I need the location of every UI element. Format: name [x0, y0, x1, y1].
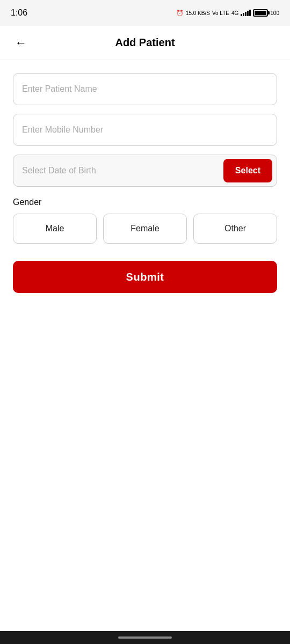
status-icons: ⏰ 15.0 KB/S Vo LTE 4G 100 [176, 9, 279, 17]
gender-options: Male Female Other [13, 214, 277, 244]
gender-other-button[interactable]: Other [193, 214, 277, 244]
dob-placeholder: Select Date of Birth [22, 166, 96, 175]
bottom-bar [0, 631, 290, 644]
gender-female-button[interactable]: Female [103, 214, 187, 244]
signal-bars-icon [241, 10, 251, 16]
status-time: 1:06 [11, 8, 27, 18]
data-speed: 15.0 KB/S [186, 10, 210, 16]
dob-container: Select Date of Birth Select [13, 155, 277, 187]
select-date-button[interactable]: Select [223, 159, 272, 182]
patient-name-input[interactable] [13, 73, 277, 105]
gender-male-button[interactable]: Male [13, 214, 97, 244]
battery-level: 100 [270, 10, 279, 16]
submit-section: Submit [13, 261, 277, 293]
network-type: Vo LTE [212, 10, 229, 16]
header: ← Add Patient [0, 26, 290, 60]
network-gen: 4G [231, 10, 238, 16]
status-bar: 1:06 ⏰ 15.0 KB/S Vo LTE 4G 100 [0, 0, 290, 26]
form-content: Select Date of Birth Select Gender Male … [0, 60, 290, 306]
bottom-indicator [118, 636, 172, 639]
back-button[interactable]: ← [11, 32, 31, 54]
page-title: Add Patient [115, 36, 175, 49]
gender-section: Gender Male Female Other [13, 197, 277, 244]
gender-label: Gender [13, 197, 277, 207]
battery-icon [253, 9, 268, 17]
mobile-number-input[interactable] [13, 114, 277, 146]
alarm-icon: ⏰ [176, 10, 184, 17]
submit-button[interactable]: Submit [13, 261, 277, 293]
